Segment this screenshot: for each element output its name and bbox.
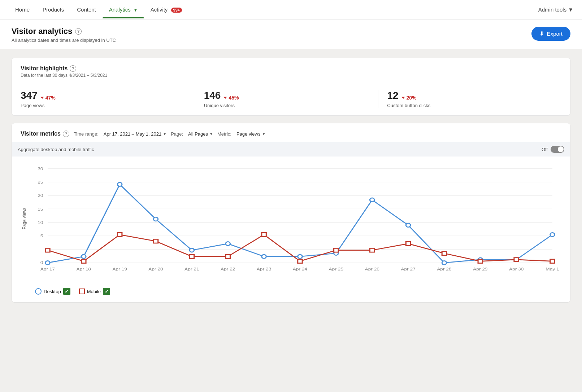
svg-text:Page views: Page views <box>21 208 27 229</box>
mobile-point-0 <box>45 248 50 252</box>
admin-tools-chevron: ▼ <box>568 6 573 13</box>
mobile-point-8 <box>334 248 338 252</box>
desktop-point-4 <box>190 248 194 252</box>
desktop-point-14 <box>550 233 555 237</box>
activity-badge: 99+ <box>171 8 182 13</box>
page-value: All Pages <box>188 131 208 137</box>
nav-item-activity[interactable]: Activity 99+ <box>144 1 188 18</box>
mobile-point-7 <box>298 259 302 263</box>
admin-tools-menu[interactable]: Admin tools ▼ <box>538 6 573 13</box>
toggle-label: Off <box>542 147 548 152</box>
svg-text:Apr 20: Apr 20 <box>148 267 163 272</box>
highlights-header: Visitor highlights ? Data for the last 3… <box>21 65 561 78</box>
metric-unique-visitors-arrow <box>223 97 227 99</box>
page-title-help-icon[interactable]: ? <box>75 28 82 35</box>
time-range-chevron: ▼ <box>163 132 166 136</box>
visitor-metrics-card: Visitor metrics ? Time range: Apr 17, 20… <box>12 123 570 303</box>
aggregate-toggle[interactable] <box>551 146 564 153</box>
legend-mobile: Mobile ✓ <box>79 288 110 295</box>
highlights-title: Visitor highlights ? <box>21 65 561 72</box>
metrics-help-icon[interactable]: ? <box>63 131 69 137</box>
metric-page-views-label: Page views <box>21 103 186 108</box>
highlights-metrics: 347 47% Page views 146 45% Unique visit <box>21 84 561 108</box>
metric-button-clicks-label: Custom button clicks <box>387 103 553 108</box>
toggle-container: Off <box>542 146 564 153</box>
nav-item-home[interactable]: Home <box>9 1 36 18</box>
nav-item-products[interactable]: Products <box>36 1 70 18</box>
metric-filter[interactable]: Metric: Page views ▼ <box>217 131 265 137</box>
highlights-card: Visitor highlights ? Data for the last 3… <box>12 58 570 116</box>
desktop-point-0 <box>45 261 50 265</box>
chart-legend: Desktop ✓ Mobile ✓ <box>21 288 561 295</box>
metric-button-clicks-value: 12 20% <box>387 90 553 101</box>
main-content: Visitor highlights ? Data for the last 3… <box>0 49 582 311</box>
metrics-header: Visitor metrics ? Time range: Apr 17, 20… <box>21 131 561 137</box>
page-title-area: Visitor analytics ? All analytics dates … <box>12 27 116 43</box>
time-range-filter[interactable]: Time range: Apr 17, 2021 – May 1, 2021 ▼ <box>74 131 166 137</box>
export-button[interactable]: ⬇ Export <box>531 27 570 41</box>
mobile-legend-check[interactable]: ✓ <box>103 288 110 295</box>
nav-item-analytics[interactable]: Analytics ▼ <box>103 1 144 18</box>
mobile-point-13 <box>514 258 518 262</box>
export-icon: ⬇ <box>539 30 544 37</box>
svg-text:Apr 24: Apr 24 <box>293 267 307 272</box>
mobile-point-2 <box>117 233 122 237</box>
svg-text:Apr 30: Apr 30 <box>509 267 524 272</box>
mobile-point-9 <box>370 248 374 252</box>
desktop-point-1 <box>82 255 86 259</box>
svg-text:Apr 22: Apr 22 <box>221 267 235 272</box>
svg-text:Apr 23: Apr 23 <box>257 267 271 272</box>
time-range-label: Time range: <box>74 131 99 137</box>
metric-unique-visitors-label: Unique visitors <box>204 103 370 108</box>
metric-unique-visitors-change: 45% <box>223 95 239 101</box>
mobile-point-11 <box>442 251 446 255</box>
main-navigation: Home Products Content Analytics ▼ Activi… <box>0 0 582 19</box>
metric-page-views-value: 347 47% <box>21 90 186 101</box>
highlights-title-text: Visitor highlights <box>21 65 68 72</box>
page-subtitle: All analytics dates and times are displa… <box>12 38 116 43</box>
chart-svg: 30 25 20 15 10 5 0 Page views Apr 17 Apr… <box>21 161 561 276</box>
desktop-point-2 <box>117 182 122 186</box>
svg-text:10: 10 <box>38 220 43 225</box>
metric-button-clicks-number: 12 <box>387 90 398 101</box>
metric-button-clicks-change: 20% <box>401 95 417 101</box>
nav-item-analytics-label: Analytics <box>109 6 131 13</box>
svg-text:25: 25 <box>38 180 43 185</box>
desktop-point-5 <box>226 242 230 246</box>
desktop-legend-check[interactable]: ✓ <box>63 288 70 295</box>
metric-chevron: ▼ <box>262 132 265 136</box>
desktop-point-10 <box>406 223 410 227</box>
desktop-line <box>48 184 552 263</box>
metric-value-filter: Page views <box>236 131 260 137</box>
metric-page-views-number: 347 <box>21 90 38 101</box>
highlights-help-icon[interactable]: ? <box>70 65 76 72</box>
metric-unique-visitors: 146 45% Unique visitors <box>195 90 379 108</box>
mobile-point-6 <box>262 233 266 237</box>
legend-desktop: Desktop ✓ <box>35 288 70 295</box>
svg-text:Apr 27: Apr 27 <box>401 267 415 272</box>
svg-text:Apr 25: Apr 25 <box>329 267 343 272</box>
mobile-point-12 <box>478 259 482 263</box>
svg-text:Apr 29: Apr 29 <box>473 267 487 272</box>
desktop-point-9 <box>370 198 374 202</box>
metric-button-clicks: 12 20% Custom button clicks <box>378 90 561 108</box>
mobile-point-4 <box>190 255 194 259</box>
metric-label: Metric: <box>217 131 231 137</box>
chart-container: 30 25 20 15 10 5 0 Page views Apr 17 Apr… <box>21 161 561 283</box>
desktop-legend-label: Desktop <box>44 289 61 294</box>
metric-page-views-arrow <box>40 97 44 99</box>
mobile-point-10 <box>406 242 410 246</box>
time-range-value: Apr 17, 2021 – May 1, 2021 <box>104 131 161 137</box>
desktop-point-11 <box>442 261 446 265</box>
metric-unique-visitors-number: 146 <box>204 90 221 101</box>
metric-page-views: 347 47% Page views <box>21 90 195 108</box>
metric-button-clicks-arrow <box>401 97 405 99</box>
nav-item-content[interactable]: Content <box>70 1 103 18</box>
page-chevron: ▼ <box>209 132 213 136</box>
page-filter[interactable]: Page: All Pages ▼ <box>171 131 213 137</box>
desktop-point-3 <box>153 217 158 221</box>
nav-item-products-label: Products <box>43 6 64 13</box>
aggregate-bar: Aggregate desktop and mobile traffic Off <box>12 142 570 157</box>
aggregate-label: Aggregate desktop and mobile traffic <box>18 147 94 152</box>
desktop-point-7 <box>298 255 302 259</box>
